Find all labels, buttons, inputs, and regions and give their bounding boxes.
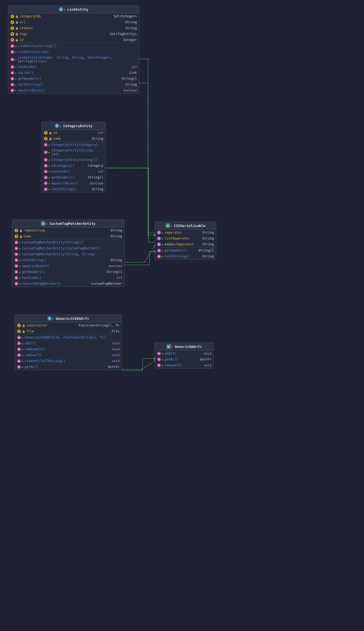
method-name: createFileIfMissing(): [25, 359, 111, 363]
method-icon-m: m: [10, 65, 14, 69]
field-type: String: [111, 229, 122, 232]
method-icon-m: m: [44, 150, 48, 154]
linkentity-pub-icon: ▶: [64, 8, 66, 11]
pub-icon: ▶: [162, 364, 164, 367]
class-genericcsvdao: C ▶ GenericCSVDAO<T> f 🔒 constructor Fun…: [15, 314, 122, 370]
field-icon-i: i: [157, 231, 161, 234]
class-icon-abstract: ≋: [166, 223, 170, 228]
field-icon-f: f: [14, 229, 18, 232]
svg-line-7: [145, 246, 155, 262]
table-row: m ▶ toCustomTagMatcher() CustomTagMatche…: [12, 281, 124, 287]
table-row: m ▶ equals(Object) boolean: [8, 88, 139, 93]
pub-icon: ▶: [22, 348, 24, 351]
customtagmatcher-title: CustomTagMatcherEntity: [49, 222, 95, 226]
field-name: id: [20, 38, 122, 42]
method-type: String: [92, 187, 103, 191]
method-icon-m: m: [14, 276, 18, 280]
csvserializable-title: CSVSerializable: [174, 224, 205, 228]
method-icon-m: m: [17, 336, 21, 339]
table-row: m ▶ LinkEntity(Integer, String, String, …: [8, 55, 139, 64]
method-type: boolean: [90, 181, 103, 185]
lock-icon: 🔒: [49, 131, 52, 134]
field-name: creator: [20, 26, 124, 30]
table-row: m ▶ getHeaders() String[]: [155, 248, 216, 253]
field-type: String: [202, 237, 214, 240]
method-icon-m: m: [14, 264, 18, 268]
pub-icon: ▶: [162, 243, 164, 246]
method-type: void: [203, 363, 211, 367]
pub-icon: ▶: [15, 66, 17, 69]
table-row: m ▶ remove(T) void: [15, 352, 122, 358]
method-icon-m: m: [157, 249, 161, 252]
method-icon-m: m: [44, 143, 48, 147]
method-name: getAL(): [165, 358, 199, 361]
table-row: f 🔒 tags Set<TagEntity>: [8, 31, 139, 37]
pub-icon: ▶: [15, 83, 17, 86]
method-name: removeAll(): [25, 347, 111, 351]
method-name: CategoryEntity(Category): [51, 143, 103, 147]
field-type: int: [97, 131, 103, 135]
field-name: url: [20, 20, 124, 24]
method-name: add(T): [165, 352, 202, 355]
method-name: equals(Object): [22, 264, 107, 268]
field-icon-f: f: [10, 20, 14, 24]
method-type: void: [112, 347, 119, 351]
table-row: m ▶ hashCode() int: [8, 64, 139, 70]
lock-icon: 🔒: [19, 235, 22, 238]
method-icon-m: m: [10, 77, 14, 81]
table-row: m ▶ CategoryEntity(String, int): [42, 148, 105, 157]
lock-icon: 🔒: [19, 229, 22, 232]
genericdao-methods-section: m ▶ add(T) void m ▶ getAL() Set<T> m ▶ r…: [155, 351, 213, 368]
method-icon-m: m: [14, 241, 18, 244]
lock-icon: 🔒: [15, 33, 18, 36]
method-name: remove(T): [25, 353, 111, 357]
method-name: hashCode(): [22, 276, 115, 280]
field-type: Set<Integer>: [113, 14, 137, 18]
field-icon-f: f: [44, 131, 48, 135]
method-icon-m: m: [157, 358, 161, 361]
pub-icon: ▶: [46, 222, 48, 225]
genericcsvdao-methods-section: m ▶ GenericCSVDAO(File, Function<String[…: [15, 334, 122, 370]
method-icon-m: m: [157, 352, 161, 355]
method-name: LinkEntity(String[]): [18, 44, 136, 48]
table-row: m ▶ toCSVString() String: [42, 186, 105, 192]
method-icon-m: m: [10, 44, 14, 48]
method-type: int: [116, 276, 122, 280]
genericcsvdao-fields-section: f 🔒 constructor Function<String[], T> f …: [15, 322, 122, 334]
class-icon-c: C: [59, 7, 63, 12]
method-name: CustomTagMatcherEntity(String, String): [22, 252, 122, 256]
method-icon-m: m: [10, 89, 14, 92]
field-type: String: [125, 20, 137, 24]
field-type: String: [125, 26, 137, 30]
table-row: f 🔒 url String: [8, 19, 139, 25]
pub-icon: ▶: [49, 188, 50, 191]
method-name: add(T): [25, 341, 111, 345]
method-type: String[]: [107, 270, 122, 274]
method-name: toCustomTagMatcher(): [22, 282, 90, 286]
csvserializable-methods-section: m ▶ getHeaders() String[] m ▶ toCSVStrin…: [155, 248, 216, 259]
method-type: Set<T>: [108, 365, 119, 369]
method-name: toCSVString(): [165, 254, 201, 258]
method-type: String[]: [88, 176, 103, 179]
method-icon-m: m: [44, 164, 48, 168]
field-type: Set<TagEntity>: [110, 32, 137, 36]
pub-icon: ▶: [22, 336, 24, 339]
genericcsvdao-header: C ▶ GenericCSVDAO<T>: [15, 315, 122, 322]
table-row: m ▶ getHeaders() String[]: [12, 269, 124, 275]
pub-icon: ▶: [162, 231, 164, 234]
field-name: categoryIds: [20, 14, 112, 18]
table-row: f 🔒 constructor Function<String[], T>: [15, 322, 122, 328]
class-icon-c: C: [47, 316, 52, 321]
field-type: Integer: [123, 38, 137, 42]
method-name: hashCode(): [51, 170, 96, 173]
csvserializable-header-icons: ≋ ▶: [166, 223, 172, 228]
table-row: f 🔒 creator String: [8, 25, 139, 31]
pub-icon: ▶: [49, 170, 50, 173]
method-icon-m: m: [14, 246, 18, 250]
method-icon-m: m: [44, 181, 48, 185]
field-icon-i: i: [157, 237, 161, 240]
field-icon-f: f: [17, 329, 21, 333]
method-icon-m: m: [44, 176, 48, 179]
method-type: String[]: [198, 249, 214, 252]
table-row: m ▶ hashCode() int: [42, 169, 105, 174]
